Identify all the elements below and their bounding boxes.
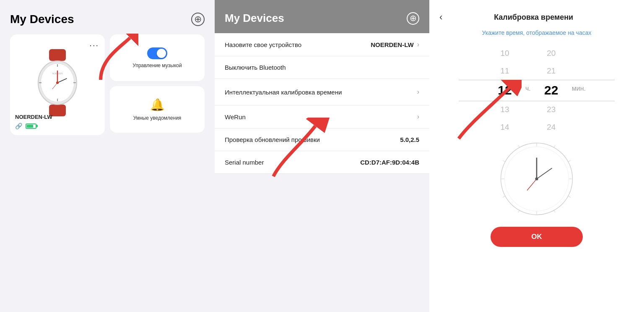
svg-line-30 <box>537 168 552 179</box>
menu-right-werun: › <box>417 113 419 121</box>
chevron-right-icon: › <box>417 41 419 48</box>
hour-13: 13 <box>500 101 509 118</box>
menu-item-device-name[interactable]: Назовите свое устройство NOERDEN-LW › <box>215 33 429 56</box>
svg-line-23 <box>568 196 571 198</box>
menu-right-firmware: 5.0,2.5 <box>400 136 419 143</box>
picker-line-top <box>459 80 614 80</box>
toggle-knob <box>157 49 166 58</box>
device-name: NOERDEN-LW <box>15 114 52 120</box>
menu-item-serial[interactable]: Serial number CD:D7:AF:9D:04:4B <box>215 151 429 174</box>
hour-14: 14 <box>500 118 509 134</box>
panel2-title: My Devices <box>225 12 284 25</box>
time-cols-wrapper: 10 11 12 13 14 ч. 20 21 22 23 24 мин. <box>486 46 587 134</box>
menu-label-time-calibration: Интеллектуальная калибровка времени <box>225 89 342 96</box>
device-name-value: NOERDEN-LW <box>371 41 414 48</box>
menu-label-bluetooth: Выключить Bluetooth <box>225 64 286 71</box>
hour-unit-label: ч. <box>524 85 532 96</box>
bell-icon: 🔔 <box>150 98 165 112</box>
svg-rect-0 <box>49 49 66 61</box>
music-toggle[interactable] <box>147 47 167 59</box>
menu-item-bluetooth[interactable]: Выключить Bluetooth <box>215 56 429 79</box>
plus-icon: ⊕ <box>194 15 202 24</box>
minute-unit-label: мин. <box>570 85 587 96</box>
werun-chevron-icon: › <box>417 113 419 121</box>
min-22-selected: 22 <box>544 80 558 101</box>
device-menu-dots[interactable]: ··· <box>89 40 99 50</box>
svg-point-32 <box>535 177 538 180</box>
calibration-chevron-icon: › <box>417 88 419 96</box>
device-card-noerden[interactable]: ··· NOERDEN <box>10 34 105 135</box>
features-column: Управление музыкой 🔔 Умные уведомления <box>110 34 205 135</box>
menu-right-device-name: NOERDEN-LW › <box>371 41 419 48</box>
analog-clock <box>499 141 574 217</box>
panel3-title: Калибровка времени <box>447 13 620 22</box>
svg-line-26 <box>503 196 505 198</box>
watch-image: NOERDEN <box>32 49 83 112</box>
panel3-time-calibration: ‹ Калибровка времени Укажите время, отоб… <box>429 0 644 312</box>
svg-line-22 <box>568 160 571 162</box>
notifications-label: Умные уведомления <box>133 115 182 121</box>
time-subtitle: Укажите время, отображаемое на часах <box>439 29 634 36</box>
panel1-my-devices: My Devices ⊕ ··· <box>0 0 215 312</box>
battery-indicator <box>26 123 36 129</box>
time-picker[interactable]: 10 11 12 13 14 ч. 20 21 22 23 24 мин. <box>439 46 634 134</box>
music-label: Управление музыкой <box>132 63 182 68</box>
min-21: 21 <box>547 62 556 80</box>
firmware-value: 5.0,2.5 <box>400 136 419 143</box>
panel1-header: My Devices ⊕ <box>10 13 205 26</box>
serial-value: CD:D7:AF:9D:04:4B <box>360 159 419 166</box>
menu-label-firmware: Проверка обновлений прошивки <box>225 136 320 143</box>
picker-line-bottom <box>459 101 614 101</box>
menu-item-time-calibration[interactable]: Интеллектуальная калибровка времени › <box>215 79 429 105</box>
panel1-add-button[interactable]: ⊕ <box>191 13 205 26</box>
menu-label-serial: Serial number <box>225 159 264 166</box>
devices-grid: ··· NOERDEN <box>10 34 205 135</box>
panel3-header: ‹ Калибровка времени <box>439 12 634 23</box>
back-button[interactable]: ‹ <box>439 12 442 23</box>
device-status-row: 🔗 <box>15 123 36 129</box>
min-23: 23 <box>547 101 556 118</box>
notifications-card[interactable]: 🔔 Умные уведомления <box>110 86 205 133</box>
minutes-column: 20 21 22 23 24 <box>532 46 570 134</box>
menu-right-time-calibration: › <box>417 88 419 96</box>
menu-label-device-name: Назовите свое устройство <box>225 41 301 48</box>
ok-button[interactable]: OK <box>491 227 583 247</box>
panel2-device-settings: My Devices ⊕ Назовите свое устройство NO… <box>215 0 429 312</box>
min-24: 24 <box>547 118 556 134</box>
panel2-header: My Devices ⊕ <box>215 0 429 33</box>
menu-item-firmware[interactable]: Проверка обновлений прошивки 5.0,2.5 <box>215 128 429 151</box>
hour-11: 11 <box>500 62 509 80</box>
panel1-title: My Devices <box>10 13 74 26</box>
hour-10: 10 <box>500 46 509 62</box>
menu-right-serial: CD:D7:AF:9D:04:4B <box>360 159 419 166</box>
svg-line-27 <box>503 160 505 162</box>
hour-12-selected: 12 <box>498 80 512 101</box>
menu-list: Назовите свое устройство NOERDEN-LW › Вы… <box>215 33 429 174</box>
menu-label-werun: WeRun <box>225 113 246 121</box>
svg-point-12 <box>56 81 59 84</box>
svg-line-31 <box>527 179 537 190</box>
panel2-add-button[interactable]: ⊕ <box>407 12 419 25</box>
min-20: 20 <box>547 46 556 62</box>
panel2-plus-icon: ⊕ <box>410 14 417 22</box>
link-icon: 🔗 <box>15 123 22 129</box>
hours-column: 10 11 12 13 14 <box>486 46 524 134</box>
music-control-card[interactable]: Управление музыкой <box>110 34 205 81</box>
menu-item-werun[interactable]: WeRun › <box>215 105 429 128</box>
